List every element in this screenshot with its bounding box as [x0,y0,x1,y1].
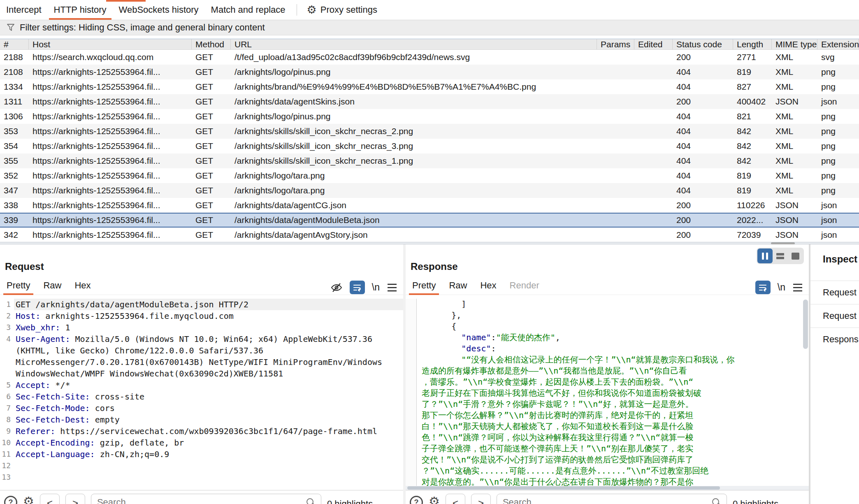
inspector-item-response[interactable]: Respons [810,327,859,351]
editor-menu-icon[interactable] [792,283,803,292]
tab-match-and-replace[interactable]: Match and replace [205,0,292,20]
response-tab-pretty[interactable]: Pretty [408,279,440,295]
cell-params [597,50,634,65]
table-row[interactable]: 1306https://arknights-1252553964.fil...G… [0,109,859,124]
response-editor-toolbar: \n [755,281,803,294]
cell-extension: png [817,124,859,139]
table-row[interactable]: 338https://arknights-1252553964.fil...GE… [0,198,859,213]
table-row[interactable]: 2188https://search.wxqcloud.qq.comGET/t/… [0,50,859,65]
column-header-extension[interactable]: Extension [817,39,859,49]
layout-columns-button[interactable] [757,249,773,263]
code-text: "name":"能天使的杰作", [420,332,809,343]
table-row[interactable]: 1334https://arknights-1252553964.fil...G… [0,79,859,94]
code-text: { [420,321,809,332]
response-line: ，蕾缪乐。”\\n“学校食堂爆炸，起因是你从楼上丢下去的面粉袋。”\\n“ [417,376,809,388]
response-tab-raw[interactable]: Raw [445,279,471,295]
show-newlines-toggle[interactable]: \n [372,282,380,293]
column-header-host[interactable]: Host [29,39,192,49]
cell-status-code: 404 [673,183,733,198]
request-panel: Request Pretty Raw Hex \n 1GET /arknight… [0,244,403,504]
editor-menu-icon[interactable] [387,283,397,292]
column-header-status-code[interactable]: Status code [673,39,733,49]
cell-edited [634,168,673,183]
tab-http-history[interactable]: HTTP history [48,0,113,20]
column-header-params[interactable]: Params [597,39,634,49]
request-tab-raw[interactable]: Raw [39,279,65,295]
word-wrap-button[interactable] [350,281,365,294]
help-icon[interactable]: ? [4,496,17,504]
line-number: 12 [0,460,14,471]
tab-proxy-settings[interactable]: ⚙ Proxy settings [302,0,382,20]
code-text: 色！”\\n“跳弹？呵呵，你以为这种解释在我这里行得通？”\\n“就算一梭 [420,432,809,443]
inspector-item-request-1[interactable]: Request [810,281,859,304]
response-editor[interactable]: ] }, { "name":"能天使的杰作", "desc": "“没有人会相信… [417,299,809,486]
show-newlines-toggle[interactable]: \n [778,282,785,293]
hide-eye-icon[interactable] [330,281,343,294]
column-header-[interactable]: # [0,39,29,49]
table-row[interactable]: 339https://arknights-1252553964.fil...GE… [0,213,859,228]
cell-host: https://arknights-1252553964.fil... [29,183,192,198]
cell-host: https://arknights-1252553964.fil... [29,65,192,79]
cell-url: /arknights/data/agentAvgStory.json [231,228,597,242]
cell-mime-type: JSON [772,94,817,109]
response-tab-render[interactable]: Render [506,279,543,295]
column-header-method[interactable]: Method [192,39,231,49]
word-wrap-button[interactable] [755,281,771,294]
tab-websockets-history[interactable]: WebSockets history [113,0,205,20]
table-row[interactable]: 352https://arknights-1252553964.fil...GE… [0,168,859,183]
search-input[interactable] [497,494,716,504]
table-row[interactable]: 355https://arknights-1252553964.fil...GE… [0,153,859,168]
tab-intercept[interactable]: Intercept [0,0,48,20]
table-row[interactable]: 354https://arknights-1252553964.fil...GE… [0,139,859,153]
table-body: 2188https://search.wxqcloud.qq.comGET/t/… [0,50,859,242]
request-line: (KHTML, like Gecko) Chrome/122.0.0.0 Saf… [0,345,403,356]
inspector-item-request-2[interactable]: Request [810,304,859,327]
line-number [0,368,14,379]
table-row[interactable]: 347https://arknights-1252553964.fil...GE… [0,183,859,198]
column-header-edited[interactable]: Edited [634,39,673,49]
cell-method: GET [192,50,231,65]
search-input[interactable] [91,494,310,504]
code-text: 对是你故意的。”\\n“你是出于什么心态在讲台下面放爆炸物的？那不是你 [420,476,809,486]
cell-extension: png [817,183,859,198]
table-row[interactable]: 342https://arknights-1252553964.fil...GE… [0,228,859,242]
request-tab-pretty[interactable]: Pretty [2,279,34,295]
response-hscrollbar[interactable] [406,486,809,490]
request-editor[interactable]: 1GET /arknights/data/agentModuleBeta.jso… [0,299,403,490]
column-header-mime-type[interactable]: MIME type [772,39,817,49]
table-row[interactable]: 1311https://arknights-1252553964.fil...G… [0,94,859,109]
layout-rows-button[interactable] [773,249,788,263]
response-tab-hex[interactable]: Hex [476,279,500,295]
layout-tabs-button[interactable] [788,249,803,263]
search-next-button[interactable]: > [65,494,85,504]
response-vscrollbar-thumb[interactable] [803,300,808,349]
help-icon[interactable]: ? [410,496,423,504]
cell-edited [634,214,673,227]
response-line: 老厨子正好在下面抽烟斗我算他运气不好，但你和我说你不知道面粉袋被划破 [417,388,809,399]
search-prev-button[interactable]: < [446,494,465,504]
response-search-bar: ? ⚙ < > 0 highlights [406,490,809,504]
cell-url: /arknights/skills/skill_icon_skchr_necra… [231,139,597,153]
request-line: 2Host: arknights-1252553964.file.myqclou… [0,310,403,322]
line-number: 4 [0,333,14,345]
line-number: 3 [0,322,14,333]
cell-method: GET [192,124,231,139]
gear-icon[interactable]: ⚙ [429,494,440,504]
table-row[interactable]: 353https://arknights-1252553964.fil...GE… [0,124,859,139]
table-row[interactable]: 2108https://arknights-1252553964.fil...G… [0,65,859,79]
cell-extension: png [817,109,859,124]
response-panel-title: Response [411,261,458,272]
word-wrap-icon [758,283,768,293]
filter-settings-bar[interactable]: Filter settings: Hiding CSS, image and g… [0,20,859,35]
search-prev-button[interactable]: < [40,494,60,504]
cell-host: https://arknights-1252553964.fil... [29,168,192,183]
cell-extension: svg [817,50,859,65]
cell-length: 821 [733,109,772,124]
column-header-length[interactable]: Length [733,39,772,49]
search-next-button[interactable]: > [471,494,491,504]
tab-divider [297,4,297,16]
request-tab-hex[interactable]: Hex [70,279,95,295]
gear-icon[interactable]: ⚙ [23,494,34,504]
column-header-url[interactable]: URL [231,39,597,49]
inspector-item-label: Request [823,287,857,297]
